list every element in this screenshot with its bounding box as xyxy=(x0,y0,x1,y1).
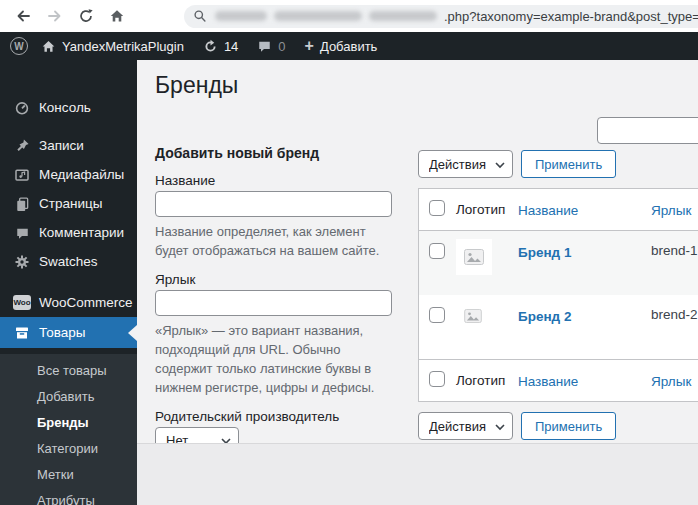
brand-name-link[interactable]: Бренд 1 xyxy=(518,245,571,260)
site-name: YandexMetrikaPlugin xyxy=(62,39,184,54)
url-text: .php?taxonomy=example-brand&post_type=pr… xyxy=(444,9,698,24)
submenu-item-add-new[interactable]: Добавить xyxy=(0,384,137,410)
row-checkbox[interactable] xyxy=(429,307,445,323)
browser-home-icon[interactable] xyxy=(101,3,132,29)
name-help-text: Название определяет, как элемент будет о… xyxy=(155,222,392,260)
slug-label: Ярлык xyxy=(155,272,392,287)
sidebar-item-label: Страницы xyxy=(39,196,102,211)
slug-column-header[interactable]: Ярлык xyxy=(651,374,691,389)
home-icon xyxy=(41,39,56,54)
brand-slug: brend-2 xyxy=(651,307,698,322)
sidebar-item-label: Записи xyxy=(39,138,84,153)
browser-toolbar: .php?taxonomy=example-brand&post_type=pr… xyxy=(0,0,698,32)
address-bar[interactable]: .php?taxonomy=example-brand&post_type=pr… xyxy=(184,5,698,28)
table-header-row: Логотип Название Ярлык xyxy=(419,189,698,231)
sidebar-item-posts[interactable]: Записи xyxy=(0,131,137,160)
comment-icon xyxy=(257,39,272,53)
wp-logo-menu[interactable]: W xyxy=(10,37,28,55)
wordpress-logo-icon: W xyxy=(10,37,28,55)
sidebar-item-comments[interactable]: Комментарии xyxy=(0,218,137,247)
search-brands-input[interactable] xyxy=(597,117,698,144)
sidebar-item-woocommerce[interactable]: Woo WooCommerce xyxy=(0,288,137,317)
brand-logo-thumbnail xyxy=(464,309,482,327)
submenu-item-brands[interactable]: Бренды xyxy=(0,410,137,436)
submenu-item-categories[interactable]: Категории xyxy=(0,436,137,462)
browser-back-icon[interactable] xyxy=(8,3,39,29)
image-placeholder-icon xyxy=(464,249,484,265)
submenu-item-attributes[interactable]: Атрибуты xyxy=(0,488,137,505)
logo-column-header: Логотип xyxy=(445,373,518,388)
bulk-actions-bottom: Действия Применить xyxy=(418,412,698,440)
form-heading: Добавить новый бренд xyxy=(155,145,392,161)
search-icon xyxy=(193,9,207,23)
pushpin-icon xyxy=(13,138,31,153)
sidebar-item-label: Медиафайлы xyxy=(39,167,124,182)
sidebar-item-pages[interactable]: Страницы xyxy=(0,189,137,218)
products-submenu: Все товары Добавить Бренды Категории Мет… xyxy=(0,354,137,505)
slug-input[interactable] xyxy=(155,290,392,316)
name-label: Название xyxy=(155,173,392,188)
apply-button[interactable]: Применить xyxy=(521,150,616,178)
pages-icon xyxy=(13,196,31,212)
table-row: Бренд 1 brend-1 xyxy=(419,231,698,295)
table-footer-row: Логотип Название Ярлык xyxy=(419,359,698,401)
image-placeholder-icon xyxy=(464,309,482,323)
sidebar-item-label: Товары xyxy=(39,325,85,340)
row-checkbox[interactable] xyxy=(429,243,445,259)
new-content-menu[interactable]: + Добавить xyxy=(305,38,378,54)
name-column-header[interactable]: Название xyxy=(518,374,578,389)
name-column-header[interactable]: Название xyxy=(518,203,578,218)
comments-count: 0 xyxy=(278,39,285,54)
admin-sidebar: Консоль Записи Медиафайлы xyxy=(0,60,137,505)
sidebar-item-label: Swatches xyxy=(39,254,98,269)
brand-logo-thumbnail xyxy=(456,239,492,275)
slug-column-header[interactable]: Ярлык xyxy=(651,203,691,218)
site-name-menu[interactable]: YandexMetrikaPlugin xyxy=(41,39,184,54)
media-icon xyxy=(13,167,31,183)
plus-icon: + xyxy=(305,38,314,54)
footer-area xyxy=(137,443,698,505)
gear-icon xyxy=(13,254,31,270)
redacted-url-segment xyxy=(215,11,267,21)
browser-reload-icon[interactable] xyxy=(70,3,101,29)
browser-forward-icon[interactable] xyxy=(39,3,70,29)
slug-help-text: «Ярлык» — это вариант названия, подходящ… xyxy=(155,321,392,397)
bulk-actions-top: Действия Применить xyxy=(418,150,698,178)
comments-icon xyxy=(13,226,31,240)
bulk-actions-select[interactable]: Действия xyxy=(418,412,513,440)
page-title: Бренды xyxy=(155,72,238,99)
apply-button[interactable]: Применить xyxy=(521,412,616,440)
parent-label: Родительский производитель xyxy=(155,409,392,424)
brand-name-link[interactable]: Бренд 2 xyxy=(518,309,571,324)
add-new-label: Добавить xyxy=(320,39,377,54)
sidebar-item-label: Консоль xyxy=(39,100,91,115)
select-all-checkbox[interactable] xyxy=(429,200,445,216)
sidebar-item-label: Комментарии xyxy=(39,225,124,240)
brands-list: Действия Применить Логотип Название Ярлы… xyxy=(418,150,698,440)
name-input[interactable] xyxy=(155,191,392,217)
select-all-checkbox[interactable] xyxy=(429,371,445,387)
updates-menu[interactable]: 14 xyxy=(203,39,238,54)
active-menu-arrow xyxy=(128,325,137,341)
add-brand-form: Добавить новый бренд Название Название о… xyxy=(155,145,392,453)
submenu-item-tags[interactable]: Метки xyxy=(0,462,137,488)
woocommerce-icon: Woo xyxy=(13,295,31,310)
sidebar-item-products[interactable]: Товары xyxy=(0,317,137,348)
dashboard-icon xyxy=(13,100,31,116)
table-row: Бренд 2 brend-2 xyxy=(419,295,698,359)
logo-column-header: Логотип xyxy=(445,202,518,217)
brands-table: Логотип Название Ярлык Бренд 1 brend-1 xyxy=(418,188,698,402)
bulk-actions-select[interactable]: Действия xyxy=(418,150,513,178)
sidebar-item-media[interactable]: Медиафайлы xyxy=(0,160,137,189)
screenshot-root: .php?taxonomy=example-brand&post_type=pr… xyxy=(0,0,698,505)
comments-menu[interactable]: 0 xyxy=(257,39,285,54)
sidebar-item-swatches[interactable]: Swatches xyxy=(0,247,137,276)
updates-icon xyxy=(203,39,218,54)
redacted-url-segment xyxy=(274,11,362,21)
redacted-url-segment xyxy=(369,11,437,21)
products-box-icon xyxy=(13,325,31,341)
sidebar-item-dashboard[interactable]: Консоль xyxy=(0,93,137,122)
submenu-item-all-products[interactable]: Все товары xyxy=(0,358,137,384)
brand-slug: brend-1 xyxy=(651,243,698,258)
content-area: Бренды Добавить новый бренд Название Наз… xyxy=(137,60,698,505)
